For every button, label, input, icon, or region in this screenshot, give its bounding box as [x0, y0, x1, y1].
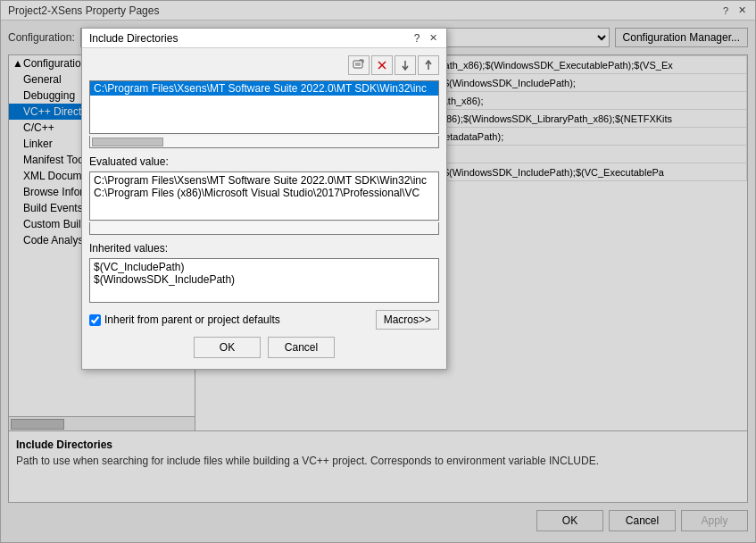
move-down-button[interactable]	[395, 55, 416, 75]
inherited-label: Inherited values:	[89, 242, 439, 255]
path-hscrollbar[interactable]	[89, 136, 439, 148]
inherited-line: $(VC_IncludePath)	[94, 261, 435, 273]
delete-button[interactable]	[371, 55, 393, 75]
path-hscroll-thumb[interactable]	[92, 138, 163, 146]
inherit-checkbox-label[interactable]: Inherit from parent or project defaults	[89, 313, 280, 326]
modal-overlay: Include Directories ? ✕	[1, 1, 755, 542]
dialog-close-button[interactable]: ✕	[427, 32, 439, 45]
inherited-values-box: $(VC_IncludePath) $(WindowsSDK_IncludePa…	[89, 258, 439, 303]
eval-line: C:\Program Files (x86)\Microsoft Visual …	[94, 187, 435, 199]
main-window: Project2-XSens Property Pages ? ✕ Config…	[0, 0, 756, 543]
dialog-title-bar: Include Directories ? ✕	[82, 29, 446, 48]
inherit-checkbox[interactable]	[89, 314, 101, 326]
macros-button[interactable]: Macros>>	[376, 310, 439, 330]
evaluated-label: Evaluated value:	[89, 155, 439, 168]
dialog-buttons: OK Cancel	[89, 337, 439, 358]
checkbox-row: Inherit from parent or project defaults …	[89, 310, 439, 330]
path-listbox[interactable]: C:\Program Files\Xsens\MT Software Suite…	[89, 80, 439, 134]
dialog-title-controls: ? ✕	[411, 32, 439, 45]
eval-hscrollbar[interactable]	[89, 222, 439, 235]
toolbar-row	[89, 55, 439, 75]
evaluated-value-box: C:\Program Files\Xsens\MT Software Suite…	[89, 171, 439, 221]
eval-line: C:\Program Files\Xsens\MT Software Suite…	[94, 174, 435, 187]
dialog-ok-button[interactable]: OK	[194, 337, 261, 358]
inherit-label-text: Inherit from parent or project defaults	[104, 313, 280, 326]
dialog-help-button[interactable]: ?	[411, 32, 423, 45]
dialog-content: C:\Program Files\Xsens\MT Software Suite…	[82, 48, 446, 369]
path-item[interactable]: C:\Program Files\Xsens\MT Software Suite…	[90, 81, 438, 96]
dialog-title: Include Directories	[89, 32, 178, 45]
path-item[interactable]	[90, 96, 438, 97]
inherited-line: $(WindowsSDK_IncludePath)	[94, 273, 435, 286]
include-directories-dialog: Include Directories ? ✕	[81, 28, 447, 370]
move-up-button[interactable]	[418, 55, 439, 75]
dialog-cancel-button[interactable]: Cancel	[268, 337, 335, 358]
svg-rect-0	[353, 61, 362, 68]
new-folder-button[interactable]	[348, 55, 370, 75]
